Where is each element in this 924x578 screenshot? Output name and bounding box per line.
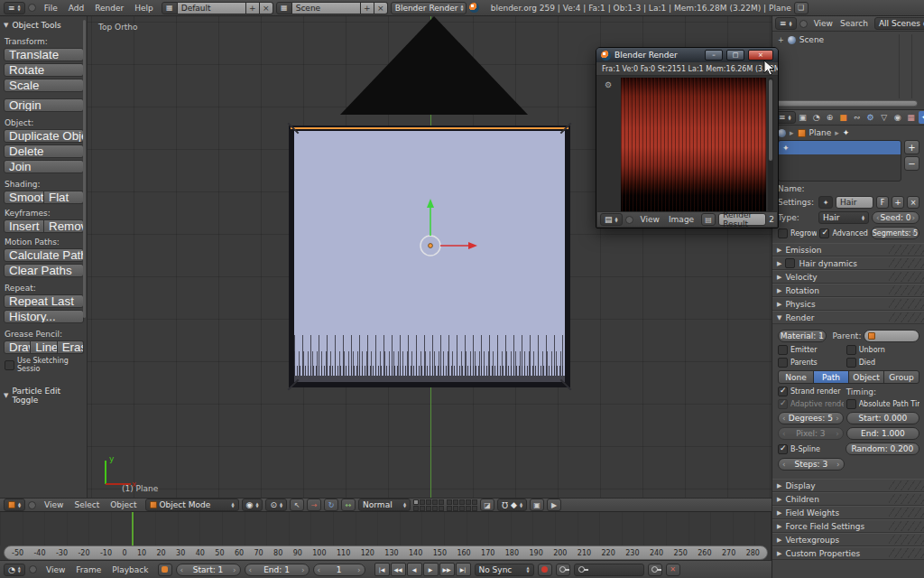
collapsed-panel-header[interactable]: Field Weights bbox=[772, 506, 924, 519]
tab-texture[interactable]: ▦ bbox=[905, 111, 918, 124]
render-options-icon[interactable]: ⚙ bbox=[605, 80, 612, 89]
tab-world[interactable]: ⊕ bbox=[824, 111, 836, 124]
seed-stepper[interactable]: Seed: 0 bbox=[872, 211, 919, 224]
particle-slot-selected[interactable]: ✦ bbox=[779, 141, 901, 154]
window-duplicate-icon[interactable]: ❏ bbox=[794, 2, 808, 14]
add-layout-button[interactable]: + bbox=[246, 2, 260, 14]
viewport-editor-type-selector[interactable] bbox=[4, 499, 25, 511]
strand-render-checkbox[interactable]: Strand render bbox=[778, 387, 844, 396]
topbar-menu-item[interactable]: File bbox=[39, 4, 63, 13]
material-stepper[interactable]: Material: 1 bbox=[778, 330, 827, 342]
info-editor-type-selector[interactable]: ≡ bbox=[4, 2, 25, 14]
grease-draw-button[interactable]: Draw bbox=[4, 340, 31, 354]
collapsed-panel-header[interactable]: Vertexgroups bbox=[772, 533, 924, 546]
calculate-paths-button[interactable]: Calculate Paths bbox=[4, 248, 84, 262]
steps-stepper[interactable]: Steps: 3 bbox=[778, 458, 845, 471]
layer-cell[interactable] bbox=[413, 499, 419, 505]
outliner-display-filter[interactable]: All Scenes bbox=[874, 17, 924, 30]
current-frame-field[interactable]: 1 bbox=[313, 564, 365, 576]
tab-object-data[interactable]: ▽ bbox=[878, 111, 891, 124]
layer-cell[interactable] bbox=[420, 506, 425, 511]
parents-checkbox[interactable]: Parents bbox=[778, 358, 844, 368]
layers-grid-right[interactable] bbox=[447, 499, 477, 511]
collapse-menus-icon[interactable] bbox=[28, 4, 36, 12]
outliner-scene-label[interactable]: Scene bbox=[799, 35, 824, 44]
outliner-menu-item[interactable]: View bbox=[810, 19, 836, 28]
emitter-checkbox[interactable]: Emitter bbox=[778, 345, 844, 355]
transform-orientation-selector[interactable]: Normal bbox=[358, 499, 411, 511]
scale-button[interactable]: Scale bbox=[4, 79, 84, 92]
hair-dynamics-checkbox[interactable] bbox=[785, 258, 795, 268]
remove-keyframe-button[interactable]: Remove bbox=[44, 219, 84, 233]
layer-cell[interactable] bbox=[447, 499, 452, 505]
layer-cell[interactable] bbox=[466, 506, 471, 511]
image-datablock-field[interactable]: Render Result bbox=[718, 213, 766, 226]
image-browse-icon[interactable]: ▤ bbox=[701, 213, 716, 226]
layer-cell[interactable] bbox=[453, 506, 458, 511]
render-window-titlebar[interactable]: Blender Render – □ × bbox=[596, 48, 778, 62]
repeat-last-button[interactable]: Repeat Last bbox=[4, 294, 84, 308]
layer-cell[interactable] bbox=[420, 499, 425, 505]
particles-breadcrumb-icon[interactable]: ✦ bbox=[843, 128, 850, 137]
layer-cell[interactable] bbox=[439, 499, 444, 505]
expander-icon[interactable]: + bbox=[778, 36, 784, 44]
checkbox-checked[interactable] bbox=[778, 444, 788, 454]
path-start-field[interactable]: Start: 0.000 bbox=[846, 412, 919, 424]
panel-header-rotation[interactable]: Rotation bbox=[772, 284, 924, 297]
collapse-menus-icon[interactable] bbox=[799, 20, 808, 28]
advanced-checkbox[interactable]: Advanced bbox=[819, 228, 868, 238]
render-engine-selector[interactable]: Blender Render bbox=[391, 2, 467, 14]
end-frame-field[interactable]: End: 1 bbox=[245, 564, 310, 576]
timeline-track-area[interactable] bbox=[0, 512, 772, 545]
tab-object[interactable]: ■ bbox=[837, 111, 850, 124]
viewport-shading-selector[interactable]: ◉ bbox=[242, 499, 263, 511]
render-window-scrollbar[interactable] bbox=[768, 78, 773, 211]
render-slot-number[interactable]: 2 bbox=[769, 215, 774, 224]
smooth-button[interactable]: Smooth bbox=[4, 191, 44, 204]
rotate-button[interactable]: Rotate bbox=[4, 63, 84, 77]
screencast-icon[interactable] bbox=[158, 564, 172, 576]
checkbox-checked[interactable] bbox=[778, 387, 788, 396]
panel-header-physics[interactable]: Physics bbox=[772, 297, 924, 311]
delete-button[interactable]: Delete bbox=[4, 144, 84, 158]
scene-name[interactable]: Scene bbox=[292, 2, 361, 14]
particle-type-selector[interactable]: Hair bbox=[818, 211, 869, 224]
panel-header-render[interactable]: Render bbox=[772, 311, 924, 324]
viewport-menu-item[interactable]: Object bbox=[105, 500, 142, 509]
panel-header-hair-dynamics[interactable]: Hair dynamics bbox=[772, 256, 924, 270]
grease-line-button[interactable]: Line bbox=[31, 340, 57, 354]
tab-particles[interactable]: ✦ bbox=[919, 111, 924, 124]
keying-set-icon[interactable] bbox=[556, 564, 570, 576]
timeline-menu-item[interactable]: Frame bbox=[70, 565, 106, 574]
render-mode-object[interactable]: Object bbox=[848, 370, 884, 384]
layer-cell[interactable] bbox=[439, 506, 444, 511]
segments-stepper[interactable]: Segments: 5 bbox=[871, 227, 919, 239]
tab-scene[interactable]: ◔ bbox=[810, 111, 823, 124]
layer-cell[interactable] bbox=[472, 499, 477, 505]
grease-erase-button[interactable]: Erase bbox=[58, 340, 84, 354]
render-mode-group[interactable]: Group bbox=[883, 370, 919, 384]
particle-system-list[interactable]: ✦ bbox=[778, 140, 901, 182]
join-button[interactable]: Join bbox=[4, 160, 84, 173]
render-window[interactable]: Blender Render – □ × Fra:1 Ve:0 Fa:0 St:… bbox=[596, 47, 779, 228]
render-mode-path[interactable]: Path bbox=[813, 370, 849, 384]
translate-manipulator-button[interactable]: → bbox=[307, 499, 321, 511]
layer-cell[interactable] bbox=[472, 506, 477, 511]
transform-manipulator[interactable] bbox=[376, 191, 485, 300]
particle-edit-toggle-panel-header[interactable]: Particle Edit Toggle bbox=[0, 384, 88, 407]
collapsed-panel-header[interactable]: Children bbox=[772, 492, 924, 506]
new-settings-button[interactable]: + bbox=[892, 196, 904, 209]
object-tools-panel-header[interactable]: Object Tools bbox=[0, 18, 87, 33]
unborn-checkbox[interactable]: Unborn bbox=[846, 345, 919, 355]
timeline-menu-item[interactable]: Playback bbox=[106, 565, 153, 574]
playback-button[interactable]: ▶| bbox=[456, 563, 471, 576]
spot-lamp-cone[interactable] bbox=[340, 16, 528, 115]
pixel-stepper[interactable]: Pixel: 3 bbox=[778, 427, 844, 440]
origin-button[interactable]: Origin bbox=[4, 98, 84, 112]
parent-object-field[interactable] bbox=[864, 330, 919, 342]
duplicate-objects-button[interactable]: Duplicate Objects bbox=[4, 129, 84, 143]
current-frame-indicator[interactable] bbox=[132, 512, 134, 545]
flat-button[interactable]: Flat bbox=[44, 191, 84, 204]
random-field[interactable]: Random: 0.200 bbox=[845, 443, 919, 455]
particle-slot[interactable] bbox=[779, 154, 901, 168]
